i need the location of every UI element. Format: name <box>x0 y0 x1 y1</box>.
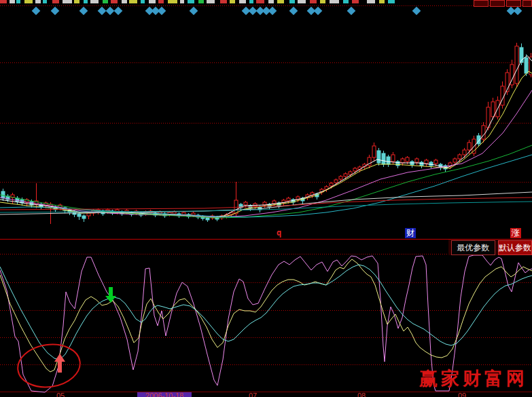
optimal-params-button[interactable]: 最优参数 <box>451 240 495 255</box>
axis-year-label: 08 <box>357 392 366 397</box>
marker-cai-badge: 财 <box>405 228 416 238</box>
signal-diamond-icon <box>314 7 323 16</box>
axis-year-label: 09 <box>458 392 466 397</box>
truncated-text-fragment <box>188 0 194 3</box>
buy-zone-ellipse <box>15 341 83 391</box>
truncated-text-fragment <box>249 0 253 3</box>
toolbar-buttons-truncated[interactable] <box>472 0 532 5</box>
candlestick <box>173 212 176 214</box>
truncated-text-fragment <box>343 0 349 3</box>
ma-fast-white <box>0 56 532 217</box>
candlestick <box>406 157 409 162</box>
candlestick <box>349 172 352 174</box>
signal-diamond-icon <box>51 7 60 16</box>
up-arrow-icon <box>54 354 65 373</box>
down-arrow-icon <box>105 287 116 303</box>
candlestick <box>391 155 395 162</box>
candlestick <box>463 150 466 155</box>
truncated-text-fragment <box>10 0 15 3</box>
truncated-text-fragment <box>277 0 284 3</box>
candlestick <box>1 191 5 198</box>
signal-diamond-icon <box>289 7 298 16</box>
ma-green <box>0 145 532 218</box>
truncated-text-fragment <box>268 0 274 3</box>
truncated-text-fragment <box>367 0 375 3</box>
candlestick <box>525 58 528 73</box>
truncated-text-fragment <box>74 0 79 3</box>
kdj-k-yellow <box>0 259 532 372</box>
candlestick <box>491 102 495 117</box>
site-watermark: 赢家财富网 <box>419 366 532 391</box>
candlestick <box>515 46 518 83</box>
candlestick <box>377 151 380 163</box>
signal-diamond-icon <box>158 7 166 16</box>
truncated-toolbar-button[interactable] <box>474 0 489 7</box>
candlestick <box>82 216 86 219</box>
signal-diamond-icon <box>514 7 522 16</box>
candlestick <box>244 202 247 205</box>
candlestick <box>287 198 290 201</box>
candlestick <box>420 162 423 166</box>
truncated-text-fragment <box>207 0 215 3</box>
candlestick <box>344 174 347 176</box>
truncated-text-fragment <box>90 0 99 3</box>
truncated-text-fragment <box>239 0 246 3</box>
candlestick <box>182 212 185 214</box>
candlestick <box>272 201 276 204</box>
truncated-text-fragment <box>379 0 385 3</box>
truncated-toolbar-button[interactable] <box>522 0 532 7</box>
truncated-toolbar-button[interactable] <box>506 0 521 7</box>
truncated-text-fragment <box>16 0 20 3</box>
truncated-text-fragment <box>352 0 359 3</box>
axis-year-label: 05 <box>56 392 65 397</box>
candlestick <box>458 155 461 159</box>
truncated-text-fragment <box>63 0 72 3</box>
truncated-text-fragment <box>52 0 59 3</box>
signal-diamond-icon <box>190 7 198 16</box>
candlestick <box>425 160 428 164</box>
default-params-button[interactable]: 默认参数 <box>498 240 532 255</box>
truncated-text-fragment <box>103 0 108 3</box>
signal-diamond-icon <box>98 7 107 16</box>
ma-magenta <box>0 90 532 217</box>
truncated-text-fragment <box>84 0 88 3</box>
chart-svg <box>0 0 532 397</box>
signal-diamond-icon <box>106 7 115 16</box>
candlestick <box>382 153 385 164</box>
truncated-text-fragment <box>298 0 306 3</box>
truncated-text-fragment <box>198 0 204 3</box>
truncated-text-fragment <box>388 0 395 3</box>
truncated-text-fragment <box>158 0 164 3</box>
truncated-text-fragment <box>180 0 184 3</box>
truncated-text-fragment <box>330 0 339 3</box>
truncated-text-fragment <box>220 0 227 3</box>
truncated-text-fragment <box>310 0 317 3</box>
truncated-text-fragment <box>129 0 137 3</box>
signal-diamond-icon <box>347 7 356 16</box>
candlestick <box>434 160 438 164</box>
truncated-text-fragment <box>35 0 41 3</box>
truncated-text-fragment <box>24 0 33 3</box>
candlestick <box>353 168 357 171</box>
candlestick <box>415 159 419 162</box>
candlestick <box>192 213 195 215</box>
signal-diamond-icon <box>79 7 88 16</box>
truncated-toolbar-button[interactable] <box>490 0 505 7</box>
candlestick <box>77 214 81 216</box>
truncated-text-fragment <box>289 0 295 3</box>
signal-diamond-icon <box>32 7 41 16</box>
truncated-text-fragment <box>111 0 118 3</box>
info-bar-truncated-text <box>0 0 469 4</box>
truncated-text-fragment <box>122 0 127 3</box>
candlestick <box>87 213 90 216</box>
parameter-button-bar: 最优参数 默认参数 <box>448 240 532 255</box>
marker-q-label: q <box>277 228 281 238</box>
candlestick <box>501 86 504 105</box>
date-selection-box[interactable]: 2006-10-18 <box>137 392 192 397</box>
axis-year-label: 07 <box>249 392 257 397</box>
kdj-d-cyan <box>0 265 532 360</box>
candlestick <box>330 183 333 186</box>
candlestick <box>372 146 376 157</box>
signal-diamond-icon <box>268 7 277 16</box>
candlestick <box>453 159 457 162</box>
